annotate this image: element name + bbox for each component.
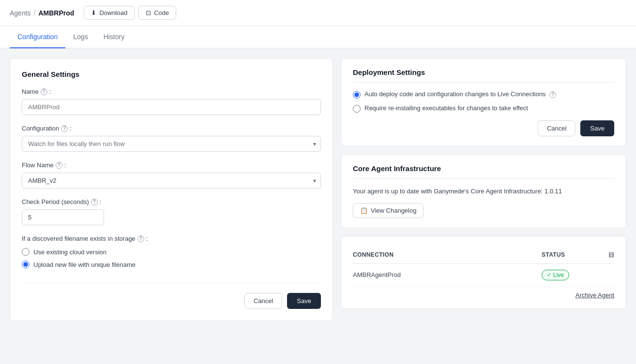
deploy-reinstall-label: Require re-installing executables for ch… bbox=[364, 104, 528, 112]
connections-card: Connection Status ⊟ AMBRAgentProd ✓ Live bbox=[341, 236, 626, 309]
changelog-icon: 📋 bbox=[360, 207, 368, 214]
live-icon: ✓ bbox=[547, 272, 551, 278]
general-settings-title: General Settings bbox=[22, 70, 321, 78]
breadcrumb: Agents / AMBRProd bbox=[10, 9, 74, 17]
radio-upload-item[interactable]: Upload new file with unique filename bbox=[22, 261, 321, 268]
code-button[interactable]: ⊡ Code bbox=[138, 6, 176, 20]
col-status-header: Status bbox=[542, 251, 600, 258]
discovered-label: If a discovered filename exists in stora… bbox=[22, 235, 321, 242]
view-changelog-button[interactable]: 📋 View Changelog bbox=[353, 203, 424, 218]
flow-name-select[interactable]: AMBR_v2 bbox=[22, 173, 321, 189]
code-label: Code bbox=[154, 9, 169, 16]
tab-history[interactable]: History bbox=[96, 26, 133, 48]
deployment-save-button[interactable]: Save bbox=[580, 120, 614, 136]
deploy-option-2: Require re-installing executables for ch… bbox=[353, 104, 614, 113]
download-label: Download bbox=[99, 9, 127, 16]
tabs-bar: Configuration Logs History bbox=[0, 26, 636, 48]
name-label: Name ? : bbox=[22, 88, 321, 95]
name-input[interactable] bbox=[22, 99, 321, 115]
table-row: AMBRAgentProd ✓ Live bbox=[353, 264, 614, 287]
general-settings-panel: General Settings Name ? : Configuration … bbox=[10, 58, 333, 321]
name-field-group: Name ? : bbox=[22, 88, 321, 115]
configuration-help-icon[interactable]: ? bbox=[61, 125, 68, 132]
download-icon: ⬇ bbox=[91, 9, 96, 16]
deployment-settings-card: Deployment Settings Auto deploy code and… bbox=[341, 58, 626, 146]
deploy-auto-label: Auto deploy code and configuration chang… bbox=[364, 90, 556, 98]
breadcrumb-parent[interactable]: Agents bbox=[10, 9, 31, 17]
connection-status: ✓ Live bbox=[542, 270, 600, 280]
check-period-input[interactable] bbox=[22, 209, 104, 225]
flow-name-help-icon[interactable]: ? bbox=[56, 162, 62, 169]
main-content: General Settings Name ? : Configuration … bbox=[0, 48, 636, 331]
radio-existing-item[interactable]: Use existing cloud version bbox=[22, 248, 321, 256]
archive-agent-link[interactable]: Archive Agent bbox=[353, 287, 614, 299]
check-period-help-icon[interactable]: ? bbox=[91, 199, 98, 205]
deploy-reinstall-radio[interactable] bbox=[353, 105, 361, 113]
deploy-option-1: Auto deploy code and configuration chang… bbox=[353, 90, 614, 99]
filter-icon[interactable]: ⊟ bbox=[600, 251, 614, 259]
deployment-actions: Cancel Save bbox=[353, 120, 614, 136]
radio-upload-label: Upload new file with unique filename bbox=[33, 261, 136, 268]
core-agent-status-text: Your agent is up to date with Ganymede's… bbox=[353, 187, 614, 196]
code-icon: ⊡ bbox=[146, 9, 151, 16]
tab-logs[interactable]: Logs bbox=[65, 26, 95, 48]
breadcrumb-current: AMBRProd bbox=[38, 9, 74, 17]
discovered-radio-group: Use existing cloud version Upload new fi… bbox=[22, 248, 321, 268]
general-save-button[interactable]: Save bbox=[287, 293, 321, 309]
check-period-label: Check Period (seconds) ? : bbox=[22, 198, 321, 205]
name-help-icon[interactable]: ? bbox=[41, 88, 47, 95]
top-bar: Agents / AMBRProd ⬇ Download ⊡ Code bbox=[0, 0, 636, 26]
status-badge: ✓ Live bbox=[542, 270, 569, 280]
discovered-field-group: If a discovered filename exists in stora… bbox=[22, 235, 321, 268]
breadcrumb-separator: / bbox=[34, 9, 36, 17]
tab-configuration[interactable]: Configuration bbox=[10, 26, 65, 48]
form-actions: Cancel Save bbox=[22, 283, 321, 309]
deployment-settings-title: Deployment Settings bbox=[353, 68, 614, 83]
right-panel: Deployment Settings Auto deploy code and… bbox=[341, 58, 626, 321]
radio-upload-input[interactable] bbox=[22, 261, 30, 268]
connection-name: AMBRAgentProd bbox=[353, 271, 542, 278]
col-connection-header: Connection bbox=[353, 251, 542, 258]
radio-existing-label: Use existing cloud version bbox=[33, 248, 106, 256]
core-agent-title: Core Agent Infrastructure bbox=[353, 164, 614, 179]
table-header: Connection Status ⊟ bbox=[353, 246, 614, 264]
discovered-help-icon[interactable]: ? bbox=[137, 235, 144, 242]
deploy-help-icon[interactable]: ? bbox=[549, 91, 556, 98]
core-agent-card: Core Agent Infrastructure Your agent is … bbox=[341, 154, 626, 228]
configuration-label: Configuration ? : bbox=[22, 125, 321, 132]
download-button[interactable]: ⬇ Download bbox=[84, 6, 135, 20]
configuration-select-wrapper: Watch for files locally then run flow ▾ bbox=[22, 136, 321, 152]
deployment-cancel-button[interactable]: Cancel bbox=[538, 120, 575, 136]
general-cancel-button[interactable]: Cancel bbox=[244, 293, 282, 309]
check-period-field-group: Check Period (seconds) ? : bbox=[22, 198, 321, 225]
connections-table: Connection Status ⊟ AMBRAgentProd ✓ Live bbox=[353, 246, 614, 287]
top-bar-buttons: ⬇ Download ⊡ Code bbox=[84, 6, 176, 20]
configuration-select[interactable]: Watch for files locally then run flow bbox=[22, 136, 321, 152]
flow-name-label: Flow Name ? : bbox=[22, 161, 321, 169]
configuration-field-group: Configuration ? : Watch for files locall… bbox=[22, 125, 321, 152]
changelog-label: View Changelog bbox=[371, 207, 416, 214]
radio-existing-input[interactable] bbox=[22, 248, 30, 256]
flow-name-select-wrapper: AMBR_v2 ▾ bbox=[22, 173, 321, 189]
deploy-auto-radio[interactable] bbox=[353, 91, 361, 99]
flow-name-field-group: Flow Name ? : AMBR_v2 ▾ bbox=[22, 161, 321, 189]
